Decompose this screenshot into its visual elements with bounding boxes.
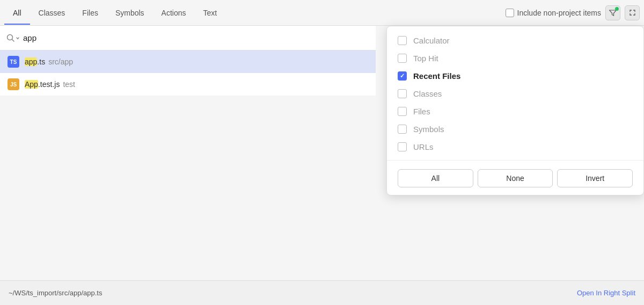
results-area: TS app.tssrc/app JS App.test.jstest bbox=[0, 50, 376, 96]
dropdown-label-top-hit: Top Hit bbox=[413, 54, 438, 63]
dropdown-divider bbox=[387, 160, 643, 161]
dropdown-label-classes: Classes bbox=[413, 89, 442, 98]
dropdown-item-files[interactable]: Files bbox=[387, 103, 643, 120]
result-text-1: app.tssrc/app bbox=[25, 57, 73, 66]
expand-button[interactable] bbox=[625, 5, 640, 20]
dropdown-item-classes[interactable]: Classes bbox=[387, 85, 643, 103]
result-text-2: App.test.jstest bbox=[25, 80, 75, 89]
include-non-project-label[interactable]: Include non-project items bbox=[506, 9, 601, 17]
tab-symbols[interactable]: Symbols bbox=[107, 1, 153, 25]
dropdown-label-calculator: Calculator bbox=[413, 36, 450, 45]
tab-all[interactable]: All bbox=[4, 1, 30, 25]
open-right-split-button[interactable]: Open In Right Split bbox=[577, 289, 635, 297]
dropdown-item-calculator[interactable]: Calculator bbox=[387, 32, 643, 49]
search-icon bbox=[6, 34, 14, 42]
result-item-2[interactable]: JS App.test.jstest bbox=[0, 73, 376, 96]
result-suffix-2: .test.js bbox=[38, 80, 60, 89]
file-icon-ts: TS bbox=[8, 56, 19, 68]
include-non-project-text: Include non-project items bbox=[517, 9, 601, 17]
expand-icon bbox=[629, 9, 636, 16]
search-input[interactable] bbox=[23, 33, 369, 42]
dropdown-panel: Calculator Top Hit Recent Files Classes … bbox=[386, 26, 644, 195]
dropdown-item-urls[interactable]: URLs bbox=[387, 138, 643, 156]
status-bar: ~/WS/ts_import/src/app/app.ts Open In Ri… bbox=[0, 280, 644, 305]
file-icon-js: JS bbox=[8, 78, 19, 90]
dropdown-checkbox-recent-files[interactable] bbox=[398, 71, 407, 81]
dropdown-checkbox-top-hit[interactable] bbox=[398, 54, 407, 63]
dropdown-all-button[interactable]: All bbox=[398, 169, 473, 187]
dropdown-invert-button[interactable]: Invert bbox=[557, 169, 633, 187]
result-dim-2: test bbox=[63, 80, 75, 89]
dropdown-label-files: Files bbox=[413, 107, 430, 116]
dropdown-item-symbols[interactable]: Symbols bbox=[387, 120, 643, 138]
dropdown-buttons: All None Invert bbox=[387, 165, 643, 190]
tab-classes[interactable]: Classes bbox=[30, 1, 74, 25]
dropdown-label-urls: URLs bbox=[413, 142, 434, 151]
dropdown-label-symbols: Symbols bbox=[413, 125, 444, 134]
filter-button[interactable] bbox=[605, 5, 620, 20]
dropdown-checkbox-files[interactable] bbox=[398, 107, 407, 116]
svg-line-1 bbox=[12, 40, 14, 42]
tab-bar: All Classes Files Symbols Actions Text I… bbox=[0, 0, 644, 26]
result-highlight-2: App bbox=[25, 80, 38, 89]
dropdown-checkbox-classes[interactable] bbox=[398, 89, 407, 98]
tab-actions[interactable]: Actions bbox=[153, 1, 195, 25]
filter-active-dot bbox=[615, 7, 619, 11]
dropdown-checkbox-urls[interactable] bbox=[398, 142, 407, 151]
dropdown-label-recent-files: Recent Files bbox=[413, 71, 460, 81]
dropdown-none-button[interactable]: None bbox=[478, 169, 553, 187]
dropdown-item-top-hit[interactable]: Top Hit bbox=[387, 49, 643, 67]
tab-files[interactable]: Files bbox=[74, 1, 107, 25]
main-container: All Classes Files Symbols Actions Text I… bbox=[0, 0, 644, 305]
status-path: ~/WS/ts_import/src/app/app.ts bbox=[9, 289, 102, 297]
tab-bar-right: Include non-project items bbox=[506, 5, 640, 20]
result-highlight-1: app bbox=[25, 57, 37, 66]
dropdown-checkbox-symbols[interactable] bbox=[398, 125, 407, 134]
search-icon-wrap bbox=[6, 34, 20, 42]
result-dim-1: src/app bbox=[48, 57, 73, 66]
tab-text[interactable]: Text bbox=[195, 1, 226, 25]
dropdown-checkbox-calculator[interactable] bbox=[398, 36, 407, 45]
include-non-project-checkbox[interactable] bbox=[506, 9, 514, 17]
result-suffix-1: .ts bbox=[37, 57, 45, 66]
search-dropdown-icon bbox=[16, 35, 20, 41]
result-item-1[interactable]: TS app.tssrc/app bbox=[0, 50, 376, 73]
dropdown-item-recent-files[interactable]: Recent Files bbox=[387, 67, 643, 85]
search-bar bbox=[0, 26, 376, 50]
